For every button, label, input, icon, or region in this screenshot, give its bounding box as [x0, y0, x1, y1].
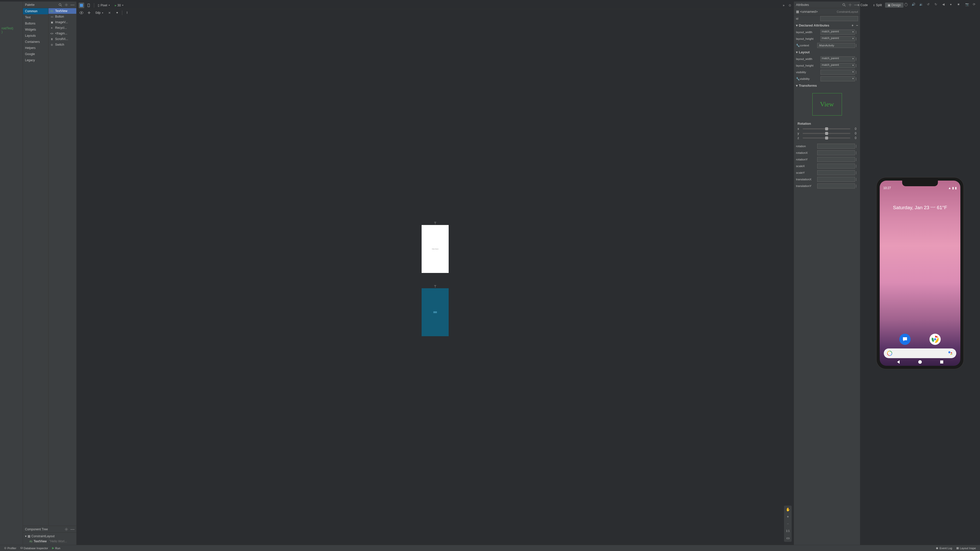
design-surface-icon[interactable]	[79, 3, 84, 8]
tree-child-textview[interactable]: Ab TextView "Hello Worl...	[23, 539, 76, 544]
flag-icon[interactable]: ⎸	[856, 30, 858, 34]
rotationy-field[interactable]	[817, 157, 855, 162]
layout-height-select[interactable]: match_parent	[821, 63, 855, 68]
add-icon[interactable]: +	[852, 24, 854, 27]
rotate-left-icon[interactable]: ↺	[927, 3, 932, 7]
home-icon[interactable]: ●	[950, 3, 955, 7]
volume-down-icon[interactable]: 🔉	[919, 3, 924, 7]
home-date-widget[interactable]: Saturday, Jan 23 〰 61°F	[880, 205, 960, 210]
palette-cat-google[interactable]: Google	[23, 51, 48, 57]
declared-section[interactable]: ▾ Declared Attributes + −	[794, 22, 860, 29]
profiler-button[interactable]: ⊙ Profiler	[2, 546, 18, 550]
resize-handle-icon[interactable]: ⊤	[434, 221, 436, 224]
zoom-in-icon[interactable]: +	[785, 514, 791, 519]
scaley-field[interactable]	[817, 170, 855, 175]
palette-cat-helpers[interactable]: Helpers	[23, 45, 48, 51]
chrome-app-icon[interactable]	[929, 333, 941, 345]
gear-icon[interactable]	[65, 3, 68, 6]
rotation-y-slider[interactable]	[803, 133, 850, 134]
api-dropdown[interactable]: ▸ 30▾	[113, 3, 125, 8]
resize-handle-icon[interactable]: ⊤	[434, 285, 436, 287]
flag-icon[interactable]: ⎸	[856, 37, 858, 41]
zoom-fit-icon[interactable]: ▭	[785, 535, 791, 541]
palette-cat-layouts[interactable]: Layouts	[23, 33, 48, 39]
rotation-x-slider[interactable]	[803, 128, 850, 129]
palette-cat-legacy[interactable]: Legacy	[23, 57, 48, 63]
nav-home-icon[interactable]	[918, 360, 922, 364]
clear-constraints-icon[interactable]: ⤫	[107, 10, 112, 16]
tab-design[interactable]: ▣ Design	[885, 3, 904, 8]
database-inspector-button[interactable]: ⛁ Database Inspector	[18, 546, 50, 550]
palette-item-textview[interactable]: AbTextView	[48, 8, 76, 14]
google-search-bar[interactable]	[884, 348, 956, 358]
nav-overview-icon[interactable]	[939, 360, 944, 364]
tree-root[interactable]: ▾ ▦ ConstraintLayout	[23, 534, 76, 539]
blueprint-preview[interactable]	[422, 288, 449, 336]
rotate-right-icon[interactable]: ↻	[935, 3, 939, 7]
transforms-section[interactable]: ▾ Transforms	[794, 82, 860, 89]
palette-cat-containers[interactable]: Containers	[23, 39, 48, 45]
palette-cat-text[interactable]: Text	[23, 14, 48, 21]
palette-cat-widgets[interactable]: Widgets	[23, 27, 48, 33]
zoom-reset-button[interactable]: 1:1	[785, 528, 791, 534]
rotationx-field[interactable]	[817, 150, 855, 156]
guidelines-icon[interactable]: I	[124, 10, 130, 16]
nav-back-icon[interactable]	[896, 360, 900, 364]
palette-item-fragment[interactable]: <><fragm...	[48, 30, 76, 36]
run-button[interactable]: ▶ Run	[50, 546, 62, 550]
pan-icon[interactable]: ✋	[785, 507, 791, 512]
margin-dropdown[interactable]: 0dp▾	[94, 11, 105, 15]
overflow-icon[interactable]: »	[781, 3, 786, 8]
screenshot-icon[interactable]: 📷	[965, 3, 970, 7]
layout-section[interactable]: ▾ Layout	[794, 49, 860, 56]
minimize-icon[interactable]: —	[71, 3, 74, 6]
tab-split[interactable]: ⫾ Split	[871, 3, 884, 8]
infer-constraints-icon[interactable]: ✦	[115, 10, 120, 16]
rotation-field[interactable]	[817, 144, 855, 149]
palette-cat-buttons[interactable]: Buttons	[23, 21, 48, 27]
rotation-z-slider[interactable]	[803, 138, 850, 138]
layout-height-select[interactable]: match_parent	[821, 36, 855, 41]
tab-code[interactable]: ≡ Code	[855, 3, 870, 8]
tools-visibility-select[interactable]	[821, 76, 855, 81]
assistant-icon[interactable]	[948, 351, 953, 356]
id-field[interactable]	[820, 16, 858, 21]
palette-item-switch[interactable]: ⊙Switch	[48, 42, 76, 48]
palette-item-imageview[interactable]: ▣ImageV...	[48, 19, 76, 25]
palette-item-recyclerview[interactable]: ≡Recycl...	[48, 25, 76, 30]
palette-cat-common[interactable]: Common	[23, 8, 48, 14]
translationy-field[interactable]	[817, 183, 855, 189]
search-icon[interactable]	[59, 3, 62, 6]
power-icon[interactable]	[904, 3, 908, 7]
palette-item-scrollview[interactable]: ≣ScrollVi...	[48, 36, 76, 42]
translationx-field[interactable]	[817, 177, 855, 182]
remove-icon[interactable]: −	[856, 24, 858, 27]
design-preview[interactable]: Hello World	[422, 225, 449, 273]
visibility-select[interactable]	[821, 70, 855, 75]
orientation-icon[interactable]	[86, 3, 92, 8]
more-icon[interactable]: ⟳	[973, 3, 977, 7]
eye-icon[interactable]	[79, 10, 84, 16]
emulator-screen[interactable]: 10:27 ▲ ▮ ▮ Saturday, Jan 23 〰 61°F	[880, 181, 960, 366]
gear-icon[interactable]	[65, 527, 68, 531]
event-log-button[interactable]: ◉ Event Log	[934, 546, 954, 550]
device-dropdown[interactable]: ▯ Pixel▾	[96, 3, 111, 8]
back-icon[interactable]: ◀	[942, 3, 947, 7]
palette-item-button[interactable]: ▭Button	[48, 14, 76, 19]
gear-icon[interactable]	[848, 3, 852, 6]
warnings-icon[interactable]: ⊙	[788, 3, 792, 7]
autoconnect-icon[interactable]	[86, 10, 92, 16]
zoom-out-icon[interactable]: −	[785, 521, 791, 527]
layout-width-select[interactable]: match_parent	[821, 30, 855, 35]
minimize-icon[interactable]: —	[71, 527, 74, 531]
overview-icon[interactable]: ■	[958, 3, 962, 7]
search-icon[interactable]	[842, 3, 846, 6]
layout-inspector-button[interactable]: ▦ Layout Inspe	[954, 546, 978, 550]
messages-app-icon[interactable]	[899, 333, 911, 345]
project-item[interactable]: roidTest))	[0, 26, 23, 35]
layout-width-select[interactable]: match_parent	[821, 56, 855, 62]
scalex-field[interactable]	[817, 164, 855, 168]
context-field[interactable]	[817, 43, 855, 48]
volume-up-icon[interactable]: 🔊	[912, 3, 916, 7]
design-canvas[interactable]: ⊤ Hello World ⊤ ✋ + − 1:1 ▭	[76, 16, 794, 545]
